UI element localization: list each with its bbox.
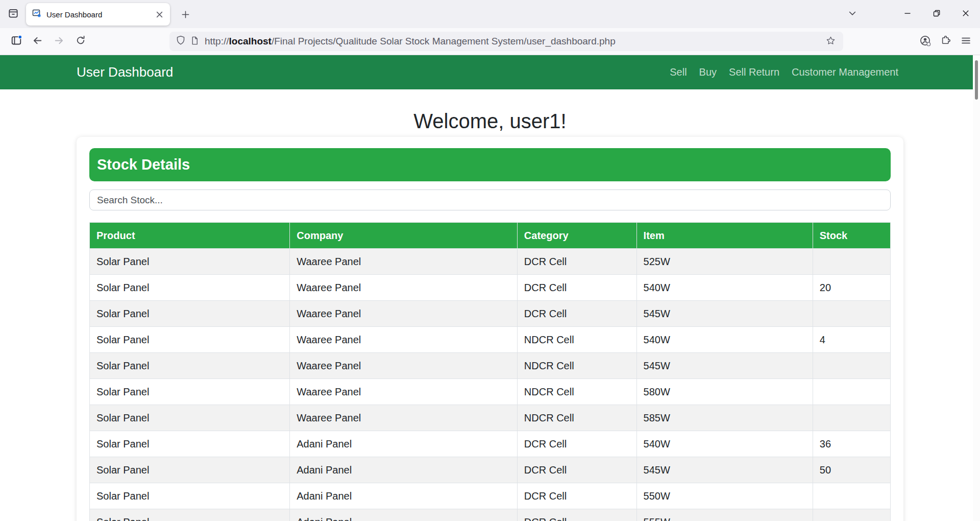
table-cell: NDCR Cell (517, 353, 636, 379)
extensions-button[interactable] (935, 32, 955, 51)
firefox-view-button[interactable] (7, 32, 26, 51)
table-cell: 580W (636, 379, 813, 405)
table-cell: Adani Panel (290, 509, 518, 521)
nav-link-sell[interactable]: Sell (664, 66, 693, 78)
table-cell: 550W (636, 483, 813, 509)
table-cell: Waaree Panel (290, 249, 518, 275)
forward-button[interactable] (50, 32, 68, 51)
chevron-down-icon (848, 9, 857, 20)
table-cell: Solar Panel (90, 379, 290, 405)
back-button[interactable] (28, 32, 47, 51)
forward-icon (54, 35, 64, 48)
list-all-tabs-button[interactable] (841, 5, 864, 24)
stock-details-card: Stock Details ProductCompanyCategoryItem… (77, 137, 903, 521)
table-cell: DCR Cell (517, 457, 636, 483)
table-row: Solar PanelWaaree PanelNDCR Cell540W4 (90, 327, 891, 353)
new-tab-button[interactable] (177, 6, 193, 22)
url-bar[interactable]: http://localhost/Final Projects/Qualitud… (169, 32, 843, 51)
table-cell: 540W (636, 275, 813, 301)
navbar-links: SellBuySell ReturnCustomer Management (664, 66, 898, 78)
card-header: Stock Details (89, 148, 891, 181)
browser-tab-bar: User Dashboard (0, 0, 980, 28)
url-host: localhost (229, 36, 272, 46)
card-title: Stock Details (97, 156, 190, 173)
table-cell: Waaree Panel (290, 327, 518, 353)
url-text[interactable]: http://localhost/Final Projects/Qualitud… (205, 36, 819, 47)
column-header-category: Category (517, 223, 636, 249)
back-icon (32, 35, 43, 48)
table-cell: 525W (636, 249, 813, 275)
table-row: Solar PanelAdani PanelDCR Cell540W36 (90, 431, 891, 457)
table-cell: 36 (813, 431, 890, 457)
welcome-heading: Welcome, user1! (0, 108, 980, 134)
tab-close-button[interactable] (153, 8, 166, 21)
window-controls (841, 0, 980, 28)
table-cell: Solar Panel (90, 301, 290, 327)
table-cell (813, 353, 890, 379)
table-cell: Solar Panel (90, 327, 290, 353)
menu-button[interactable] (955, 32, 976, 51)
table-row: Solar PanelAdani PanelDCR Cell545W50 (90, 457, 891, 483)
column-header-product: Product (90, 223, 290, 249)
account-button[interactable] (915, 32, 935, 51)
close-window-button[interactable] (951, 0, 980, 28)
table-row: Solar PanelWaaree PanelDCR Cell540W20 (90, 275, 891, 301)
navbar-brand[interactable]: User Dashboard (77, 64, 173, 80)
hamburger-icon (961, 35, 971, 48)
tracking-protection-icon[interactable] (176, 35, 186, 48)
table-cell: Solar Panel (90, 431, 290, 457)
table-row: Solar PanelWaaree PanelDCR Cell545W (90, 301, 891, 327)
star-icon (826, 36, 836, 48)
table-cell: 555W (636, 509, 813, 521)
table-cell (813, 509, 890, 521)
url-path: /Final Projects/Qualitude Solar Stock Ma… (272, 36, 616, 46)
page-info-icon[interactable] (190, 36, 200, 48)
table-cell: 20 (813, 275, 890, 301)
reload-button[interactable] (71, 32, 90, 51)
table-cell: 540W (636, 327, 813, 353)
table-cell: Solar Panel (90, 457, 290, 483)
table-cell: DCR Cell (517, 275, 636, 301)
firefox-view-icon (11, 35, 22, 48)
table-cell: NDCR Cell (517, 379, 636, 405)
bookmark-star-button[interactable] (823, 34, 838, 49)
browser-toolbar: http://localhost/Final Projects/Qualitud… (0, 28, 980, 55)
page-scrollbar[interactable] (973, 55, 980, 521)
page-viewport: User Dashboard SellBuySell ReturnCustome… (0, 55, 980, 521)
app-navbar-inner: User Dashboard SellBuySell ReturnCustome… (77, 64, 898, 80)
table-row: Solar PanelWaaree PanelNDCR Cell585W (90, 405, 891, 431)
restore-button[interactable] (922, 0, 951, 28)
table-row: Solar PanelAdani PanelDCR Cell555W (90, 509, 891, 521)
table-row: Solar PanelWaaree PanelNDCR Cell545W (90, 353, 891, 379)
table-cell: Solar Panel (90, 405, 290, 431)
table-cell: 540W (636, 431, 813, 457)
tab-overview-button[interactable] (4, 5, 23, 24)
nav-link-sell-return[interactable]: Sell Return (723, 66, 786, 78)
nav-link-buy[interactable]: Buy (693, 66, 723, 78)
table-cell (813, 249, 890, 275)
search-input[interactable] (89, 190, 891, 210)
table-cell (813, 301, 890, 327)
restore-icon (933, 9, 941, 19)
minimize-button[interactable] (893, 0, 922, 28)
table-cell: DCR Cell (517, 301, 636, 327)
table-cell: DCR Cell (517, 431, 636, 457)
table-cell: 545W (636, 353, 813, 379)
tab-overview-icon (8, 8, 19, 21)
table-row: Solar PanelWaaree PanelNDCR Cell580W (90, 379, 891, 405)
scrollbar-thumb[interactable] (975, 60, 978, 100)
table-cell: Adani Panel (290, 457, 518, 483)
table-row: Solar PanelAdani PanelDCR Cell550W (90, 483, 891, 509)
site-favicon (32, 9, 41, 20)
column-header-stock: Stock (813, 223, 890, 249)
table-cell: Adani Panel (290, 483, 518, 509)
table-cell: 4 (813, 327, 890, 353)
toolbar-right-buttons (915, 32, 976, 51)
browser-tab[interactable]: User Dashboard (26, 3, 170, 26)
table-cell: DCR Cell (517, 509, 636, 521)
app-navbar: User Dashboard SellBuySell ReturnCustome… (0, 55, 973, 89)
stock-table: ProductCompanyCategoryItemStock Solar Pa… (89, 222, 891, 521)
account-icon (919, 35, 931, 49)
table-cell: Waaree Panel (290, 301, 518, 327)
nav-link-customer-management[interactable]: Customer Management (786, 66, 898, 78)
